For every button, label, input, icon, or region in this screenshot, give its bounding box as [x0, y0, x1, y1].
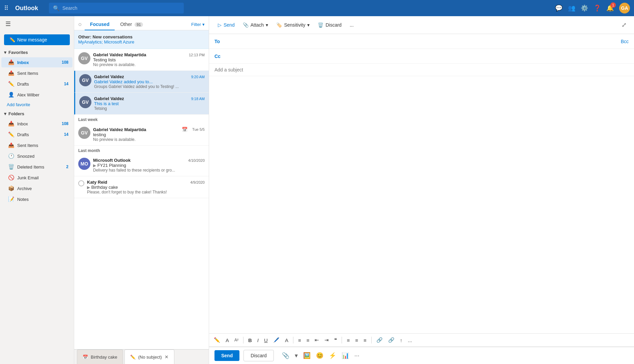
subject-input[interactable] [209, 64, 634, 76]
format-underline-btn[interactable]: U [262, 336, 270, 344]
avatar[interactable]: GA [619, 3, 630, 13]
group-notification[interactable]: Other: New conversations MyAnalytics; Mi… [74, 30, 209, 49]
sensitivity-action[interactable]: 🏷️ Sensitivity ▾ [273, 20, 313, 30]
settings-icon[interactable]: ⚙️ [581, 4, 588, 12]
send-icon: ▷ [218, 22, 222, 28]
skype-icon[interactable]: 💬 [555, 4, 563, 12]
send-button[interactable]: Send [214, 350, 239, 361]
discard-button[interactable]: Discard [243, 350, 273, 361]
sidebar-item-sent-fav[interactable]: 📤 Sent Items [1, 68, 73, 78]
notification-link[interactable]: MyAnalytics; Microsoft Azure [78, 39, 205, 44]
cc-input[interactable] [228, 54, 629, 59]
format-align-right-btn[interactable]: ≡ [362, 336, 369, 344]
email-sender: Microsoft Outlook [93, 158, 131, 163]
ppt-icon[interactable]: 📊 [340, 351, 350, 361]
format-font-color-btn[interactable]: A [283, 336, 290, 344]
inbox-fav-badge: 108 [62, 60, 68, 65]
sidebar-item-drafts[interactable]: ✏️ Drafts 14 [1, 129, 73, 140]
tab-other[interactable]: Other 91 [115, 19, 148, 30]
format-align-center-btn[interactable]: ≡ [353, 336, 360, 344]
format-font-size-btn[interactable]: A² [232, 336, 240, 344]
email-list: ○ Focused Other 91 Filter ▾ Other: New c… [74, 16, 209, 364]
format-bold-btn[interactable]: B [246, 336, 254, 344]
format-bullet-btn[interactable]: ≡ [296, 336, 303, 344]
sidebar-item-junk[interactable]: 🚫 Junk Email [1, 173, 73, 183]
circle-check-icon[interactable]: ○ [78, 21, 82, 28]
send-action[interactable]: ▷ Send [214, 20, 238, 30]
list-item[interactable]: GV Gabriel Valdez 9:18 AM This is a test… [74, 93, 209, 115]
sidebar-item-deleted[interactable]: 🗑️ Deleted Items 2 [1, 162, 73, 172]
to-label[interactable]: To [214, 39, 228, 44]
help-icon[interactable]: ❓ [594, 4, 601, 12]
tab-focused[interactable]: Focused [85, 19, 115, 30]
filter-chevron-icon: ▾ [202, 22, 205, 27]
image-icon[interactable]: 🖼️ [302, 351, 312, 361]
hamburger-button[interactable]: ☰ [4, 19, 12, 29]
bcc-button[interactable]: Bcc [621, 39, 629, 44]
format-quote-btn[interactable]: ❝ [332, 336, 339, 344]
more-actions[interactable]: ... [346, 20, 357, 30]
sidebar-item-notes[interactable]: 📝 Notes [1, 194, 73, 204]
discard-action[interactable]: 🗑️ Discard [314, 20, 345, 30]
format-unlink-btn[interactable]: 🔗 [386, 336, 397, 344]
list-item[interactable]: Katy Reid 4/9/2020 ▶ Birthday cake Pleas… [74, 176, 209, 198]
attach-action[interactable]: 📎 Attach ▾ [239, 20, 272, 30]
search-bar[interactable]: 🔍 [49, 3, 184, 13]
sidebar-item-drafts-fav[interactable]: ✏️ Drafts 14 [1, 79, 73, 89]
format-more-btn[interactable]: ... [406, 336, 414, 344]
folders-section-header[interactable]: ▾ Folders [0, 109, 74, 118]
draft-tab-birthday[interactable]: 📅 Birthday cake [77, 350, 123, 364]
emoji-icon[interactable]: 😊 [315, 351, 325, 361]
close-draft-tab[interactable]: ✕ [165, 354, 169, 360]
bottom-icons: 📎 ▾ 🖼️ 😊 ⚡ 📊 ··· [281, 351, 361, 361]
cc-label[interactable]: Cc [214, 54, 228, 59]
attach-bottom-icon[interactable]: 📎 [281, 351, 291, 361]
search-input[interactable] [62, 5, 180, 11]
format-numbering-btn[interactable]: ≡ [305, 336, 312, 344]
to-input[interactable] [228, 39, 621, 44]
format-indent-decrease-btn[interactable]: ⇤ [313, 336, 321, 344]
new-message-button[interactable]: ✏️ New message [4, 34, 70, 45]
format-align-left-btn[interactable]: ≡ [345, 336, 352, 344]
loop-icon[interactable]: ⚡ [327, 351, 338, 361]
format-pen-btn[interactable]: ✏️ [212, 336, 222, 344]
to-field[interactable]: To Bcc [209, 34, 634, 49]
draft-tab-no-subject[interactable]: ✏️ (No subject) ✕ [124, 350, 174, 364]
email-preview: No preview is available. [93, 137, 205, 142]
sidebar-item-inbox-fav[interactable]: 📥 Inbox 108 [1, 57, 73, 67]
sidebar-item-sent[interactable]: 📤 Sent Items [1, 140, 73, 150]
list-item[interactable]: GV Gabriel Valdez Malpartida 📅 Tue 5/5 t… [74, 123, 209, 146]
attach-chevron-icon: ▾ [266, 22, 268, 28]
waffle-icon[interactable]: ⠿ [4, 4, 8, 12]
snoozed-icon: 🕐 [8, 153, 15, 159]
sidebar-item-alex[interactable]: 👤 Alex Wilber [1, 90, 73, 100]
list-item[interactable]: GV Gabriel Valdez Malpartida 12:13 PM Te… [74, 49, 209, 71]
format-superscript-btn[interactable]: ↑ [398, 336, 405, 344]
sidebar-item-archive[interactable]: 📦 Archive [1, 183, 73, 193]
format-font-btn[interactable]: A [224, 336, 231, 344]
email-top: Gabriel Valdez Malpartida 📅 Tue 5/5 [93, 127, 205, 132]
people-icon[interactable]: 👥 [568, 4, 575, 12]
notifications-icon[interactable]: 🔔 1 [606, 4, 614, 12]
email-sender: Gabriel Valdez Malpartida [93, 52, 146, 57]
more-bottom-icon[interactable]: ··· [353, 351, 361, 361]
attach-chevron-bottom[interactable]: ▾ [293, 351, 299, 361]
format-italic-btn[interactable]: I [255, 336, 261, 344]
email-time: 4/9/2020 [190, 180, 205, 184]
cc-field[interactable]: Cc [209, 49, 634, 64]
format-indent-increase-btn[interactable]: ⇥ [322, 336, 331, 344]
list-item[interactable]: GV Gabriel Valdez 9:20 AM Gabriel Valdez… [74, 71, 209, 93]
compose-body[interactable] [209, 76, 634, 333]
format-link-btn[interactable]: 🔗 [374, 336, 385, 344]
bottom-compose-bar: Send Discard 📎 ▾ 🖼️ 😊 ⚡ 📊 ··· [209, 347, 634, 364]
sidebar-item-snoozed[interactable]: 🕐 Snoozed [1, 151, 73, 161]
search-icon: 🔍 [53, 5, 60, 11]
list-item[interactable]: MO Microsoft Outlook 4/10/2020 ▶ FY21 Pl… [74, 154, 209, 176]
expand-icon[interactable]: ⤢ [619, 20, 629, 30]
format-highlight-btn[interactable]: 🖊️ [271, 336, 282, 344]
add-favorite-link[interactable]: Add favorite [0, 100, 74, 109]
sidebar-item-inbox[interactable]: 📥 Inbox 108 [1, 119, 73, 129]
favorites-section-header[interactable]: ▾ Favorites [0, 48, 74, 57]
email-subject: Testing lists [93, 57, 205, 62]
filter-button[interactable]: Filter ▾ [191, 22, 205, 27]
